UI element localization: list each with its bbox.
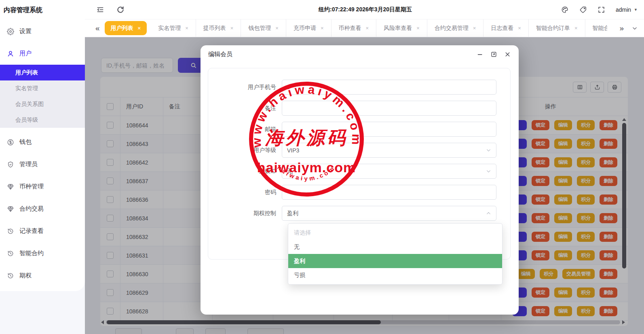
- 用户等级-select[interactable]: VIP3: [282, 143, 496, 158]
- clock-text: 纽约:07:22:49 2026年3月20日星期五: [319, 6, 412, 13]
- sidebar: 内容管理系统 设置用户用户列表实名管理会员关系图会员等级钱包管理员币种管理合约交…: [0, 0, 85, 334]
- form-row: 备注: [208, 101, 510, 116]
- tab-close-icon[interactable]: ×: [416, 25, 420, 31]
- 上级ID-select[interactable]: 无: [282, 164, 496, 179]
- sidebar-subitem-relation[interactable]: 会员关系图: [0, 96, 85, 112]
- dialog-title: 编辑会员: [208, 51, 232, 58]
- close-icon[interactable]: [504, 51, 511, 58]
- tab-close-icon[interactable]: ×: [185, 25, 188, 31]
- 邮箱-input[interactable]: [282, 122, 496, 137]
- tab-2[interactable]: 实名管理×: [151, 19, 196, 37]
- minimize-icon[interactable]: [477, 51, 484, 58]
- maximize-icon[interactable]: [490, 51, 497, 58]
- tab-6[interactable]: 币种查看×: [332, 19, 377, 37]
- user-menu[interactable]: admin ▼: [616, 6, 638, 13]
- history-icon: [7, 228, 14, 235]
- sidebar-item-label: 智能合约: [19, 249, 44, 257]
- sidebar-panel: 内容管理系统 设置用户用户列表实名管理会员关系图会员等级钱包管理员币种管理合约交…: [0, 0, 85, 291]
- tag-icon[interactable]: [579, 6, 587, 13]
- sidebar-item-currency[interactable]: 币种管理: [0, 175, 85, 198]
- sidebar-item-wallet[interactable]: 钱包: [0, 131, 85, 153]
- form-row: 用户等级VIP3: [208, 143, 510, 158]
- tab-8[interactable]: 合约交易管理×: [427, 19, 484, 37]
- chevron-down-icon: [486, 148, 491, 153]
- form-row: 上级ID无: [208, 164, 510, 179]
- tab-close-icon[interactable]: ×: [138, 25, 141, 31]
- tab-close-icon[interactable]: ×: [230, 25, 234, 31]
- tab-label: 智能合约管理: [593, 25, 607, 32]
- sidebar-item-label: 合约交易: [19, 205, 44, 213]
- select-value: 无: [287, 168, 293, 175]
- sidebar-item-users[interactable]: 用户: [0, 42, 85, 65]
- sidebar-subitem-level[interactable]: 会员等级: [0, 112, 85, 128]
- sidebar-item-label: 设置: [19, 27, 32, 35]
- gear-icon: [7, 28, 14, 35]
- sidebar-subitem-user-list[interactable]: 用户列表: [0, 65, 85, 80]
- tab-11[interactable]: 智能合约管理×: [585, 19, 607, 37]
- sidebar-item-label: 钱包: [19, 138, 32, 146]
- form-row: 期权控制盈利: [208, 206, 510, 221]
- menu-collapse-icon[interactable]: [96, 6, 104, 14]
- tab-label: 实名管理: [158, 25, 181, 32]
- sidebar-item-label: 记录查看: [19, 227, 44, 235]
- tab-label: 提币列表: [203, 25, 226, 32]
- tabs-scroll-left-icon[interactable]: «: [95, 24, 100, 32]
- tab-1[interactable]: 用户列表×: [105, 21, 147, 35]
- tab-5[interactable]: 充币申请×: [286, 19, 332, 37]
- tab-label: 钱包管理: [248, 25, 271, 32]
- dropdown-option[interactable]: 亏损: [288, 268, 502, 282]
- tab-close-icon[interactable]: ×: [321, 25, 324, 31]
- chevron-down-icon: [486, 211, 491, 216]
- top-header: 纽约:07:22:49 2026年3月20日星期五 admin ▼: [85, 0, 644, 19]
- sidebar-item-options[interactable]: 期权: [0, 264, 85, 287]
- field-label: 用户等级: [208, 147, 282, 154]
- sidebar-item-records[interactable]: 记录查看: [0, 220, 85, 242]
- sidebar-item-label: 管理员: [19, 161, 38, 168]
- history-icon: [7, 272, 14, 279]
- field-control: [282, 80, 496, 95]
- app-title: 内容管理系统: [0, 0, 85, 20]
- sidebar-item-smart-contract[interactable]: 智能合约: [0, 242, 85, 264]
- tab-bar: « 用户列表×实名管理×提币列表×钱包管理×充币申请×币种查看×风险率查看×合约…: [85, 19, 644, 37]
- tab-3[interactable]: 提币列表×: [196, 19, 241, 37]
- field-control: [282, 122, 496, 137]
- sidebar-item-settings[interactable]: 设置: [0, 20, 85, 42]
- 备注-input[interactable]: [282, 101, 496, 116]
- dropdown-option[interactable]: 请选择: [288, 226, 502, 240]
- dropdown-option[interactable]: 盈利: [288, 254, 502, 268]
- header-actions: admin ▼: [561, 6, 638, 13]
- fullscreen-icon[interactable]: [598, 6, 605, 13]
- refresh-icon[interactable]: [116, 6, 125, 14]
- 用户手机号-input[interactable]: [282, 80, 496, 95]
- sidebar-item-admin[interactable]: 管理员: [0, 153, 85, 175]
- sidebar-subitem-realname[interactable]: 实名管理: [0, 80, 85, 96]
- sidebar-item-contract[interactable]: 合约交易: [0, 198, 85, 220]
- dropdown-option[interactable]: 无: [288, 240, 502, 254]
- wallet-icon: [7, 139, 14, 146]
- tab-label: 日志查看: [491, 25, 513, 32]
- field-label: 备注: [208, 105, 282, 112]
- 期权控制-select[interactable]: 盈利: [282, 206, 496, 221]
- select-value: 盈利: [287, 210, 298, 217]
- field-label: 期权控制: [208, 210, 282, 217]
- tab-close-icon[interactable]: ×: [366, 25, 369, 31]
- gem-icon: [7, 183, 14, 190]
- tab-label: 用户列表: [111, 25, 133, 32]
- tab-close-icon[interactable]: ×: [275, 25, 279, 31]
- field-control: 盈利: [282, 206, 496, 221]
- tab-4[interactable]: 钱包管理×: [241, 19, 286, 37]
- tab-list: 用户列表×实名管理×提币列表×钱包管理×充币申请×币种查看×风险率查看×合约交易…: [104, 19, 607, 37]
- tab-close-icon[interactable]: ×: [473, 25, 476, 31]
- 密码-input[interactable]: [282, 185, 496, 200]
- tab-close-icon[interactable]: ×: [518, 25, 521, 31]
- tab-9[interactable]: 日志查看×: [484, 19, 529, 37]
- field-control: [282, 185, 496, 200]
- user-name: admin: [616, 6, 631, 13]
- tabs-scroll-right-icon[interactable]: »: [619, 24, 624, 32]
- tab-close-icon[interactable]: ×: [574, 25, 578, 31]
- theme-palette-icon[interactable]: [561, 6, 569, 13]
- field-control: VIP3: [282, 143, 496, 158]
- tab-10[interactable]: 智能合约订单×: [529, 19, 585, 37]
- tabs-dropdown-icon[interactable]: [632, 25, 638, 31]
- tab-7[interactable]: 风险率查看×: [376, 19, 427, 37]
